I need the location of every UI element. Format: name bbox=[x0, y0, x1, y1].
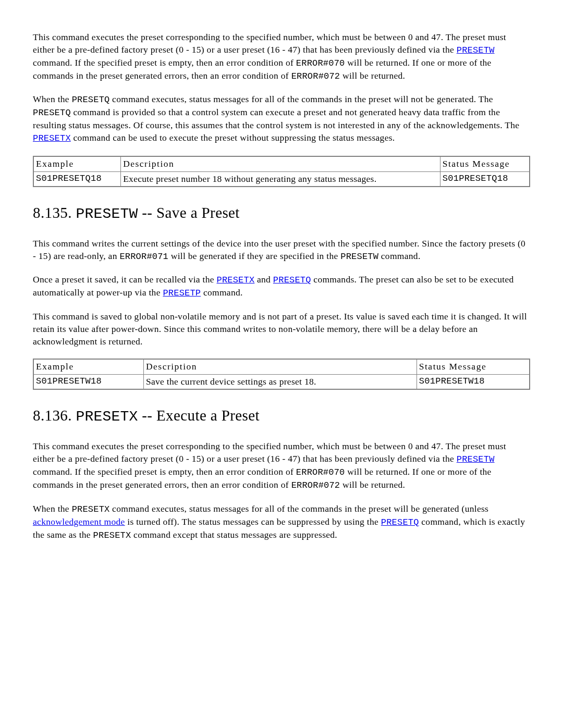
text: command can be used to execute the prese… bbox=[71, 132, 395, 143]
paragraph-presetw-3: This command is saved to global non-vola… bbox=[33, 311, 530, 348]
code-presetx: PRESETX bbox=[72, 504, 110, 514]
code-presetx: PRESETX bbox=[93, 530, 131, 540]
heading-presetw: 8.135. PRESETW -- Save a Preset bbox=[33, 203, 530, 224]
text: is turned off). The status messages can … bbox=[125, 516, 381, 527]
table-presetw-example: Example Description Status Message S01PR… bbox=[33, 359, 530, 390]
text: When the bbox=[33, 94, 72, 104]
cell-status: S01PRESETW18 bbox=[417, 374, 530, 389]
table-row: S01PRESETW18 Save the current device set… bbox=[33, 374, 530, 389]
section-number: 8.136. bbox=[33, 407, 76, 424]
text: command except that status messages are … bbox=[131, 529, 337, 540]
link-presetw[interactable]: PRESETW bbox=[457, 453, 495, 464]
col-example: Example bbox=[33, 156, 121, 171]
text: command executes, status messages for al… bbox=[109, 94, 493, 104]
link-presetx[interactable]: PRESETX bbox=[33, 132, 71, 143]
text: command is provided so that a control sy… bbox=[33, 107, 519, 130]
text: will be returned. bbox=[340, 70, 405, 81]
paragraph-presetq-2: When the PRESETQ command executes, statu… bbox=[33, 93, 530, 144]
code-error070: ERROR#070 bbox=[296, 467, 345, 477]
link-ack-mode[interactable]: acknowledgement mode bbox=[33, 516, 125, 527]
code-presetw: PRESETW bbox=[340, 252, 378, 262]
table-header-row: Example Description Status Message bbox=[33, 359, 530, 374]
paragraph-presetw-1: This command writes the current settings… bbox=[33, 238, 530, 263]
code-presetq: PRESETQ bbox=[72, 95, 110, 105]
text: This command executes the preset corresp… bbox=[33, 32, 506, 55]
table-row: S01PRESETQ18 Execute preset number 18 wi… bbox=[33, 171, 530, 187]
code-presetq: PRESETQ bbox=[33, 108, 71, 118]
paragraph-presetq-1: This command executes the preset corresp… bbox=[33, 31, 530, 82]
code-error072: ERROR#072 bbox=[291, 71, 340, 81]
col-status-message: Status Message bbox=[440, 156, 530, 171]
text: command. bbox=[378, 251, 420, 261]
text: command. If the specified preset is empt… bbox=[33, 57, 296, 68]
text: and bbox=[254, 274, 273, 285]
col-example: Example bbox=[33, 359, 143, 374]
table-presetq-example: Example Description Status Message S01PR… bbox=[33, 156, 530, 187]
code-error070: ERROR#070 bbox=[296, 58, 345, 68]
table-header-row: Example Description Status Message bbox=[33, 156, 530, 171]
text: Once a preset it saved, it can be recall… bbox=[33, 274, 217, 285]
cell-example: S01PRESETW18 bbox=[33, 374, 143, 389]
heading-presetx: 8.136. PRESETX -- Execute a Preset bbox=[33, 405, 530, 427]
cell-status: S01PRESETQ18 bbox=[440, 171, 530, 187]
section-number: 8.135. bbox=[33, 204, 76, 221]
text: will be generated if they are specified … bbox=[168, 251, 340, 261]
link-presetw[interactable]: PRESETW bbox=[457, 44, 495, 55]
heading-title: -- Execute a Preset bbox=[138, 407, 260, 424]
cell-description: Save the current device settings as pres… bbox=[143, 374, 417, 389]
cell-example: S01PRESETQ18 bbox=[33, 171, 121, 187]
text: command. bbox=[201, 287, 242, 298]
col-description: Description bbox=[143, 359, 417, 374]
link-presetq[interactable]: PRESETQ bbox=[381, 516, 419, 527]
paragraph-presetx-1: This command executes the preset corresp… bbox=[33, 440, 530, 491]
col-status-message: Status Message bbox=[417, 359, 530, 374]
cell-description: Execute preset number 18 without generat… bbox=[121, 171, 440, 187]
heading-title: -- Save a Preset bbox=[138, 204, 240, 221]
text: command. If the specified preset is empt… bbox=[33, 466, 296, 477]
text: This command executes the preset corresp… bbox=[33, 441, 506, 464]
code-error071: ERROR#071 bbox=[119, 252, 168, 262]
link-presetp[interactable]: PRESETP bbox=[163, 287, 201, 298]
link-presetx[interactable]: PRESETX bbox=[217, 274, 255, 285]
text: command executes, status messages for al… bbox=[109, 503, 488, 514]
text: will be returned. bbox=[340, 479, 405, 490]
heading-code: PRESETW bbox=[76, 206, 138, 222]
paragraph-presetx-2: When the PRESETX command executes, statu… bbox=[33, 503, 530, 542]
col-description: Description bbox=[121, 156, 440, 171]
link-presetq[interactable]: PRESETQ bbox=[273, 274, 311, 285]
text: When the bbox=[33, 503, 72, 514]
paragraph-presetw-2: Once a preset it saved, it can be recall… bbox=[33, 274, 530, 300]
code-error072: ERROR#072 bbox=[291, 480, 340, 490]
heading-code: PRESETX bbox=[76, 409, 138, 425]
